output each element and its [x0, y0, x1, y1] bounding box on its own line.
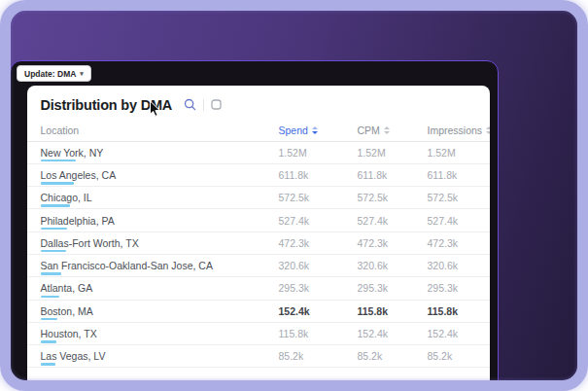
table-row[interactable]: Atlanta, GA 295.3k 295.3k 295.3k [27, 277, 490, 300]
row-impressions: 85.2k [428, 350, 490, 362]
row-bar [41, 250, 66, 253]
row-spend: 320.6k [279, 260, 358, 271]
row-impressions: 527.4k [428, 215, 490, 227]
row-spend: 152.4k [279, 305, 358, 317]
row-cpm: 115.8k [358, 305, 428, 317]
row-location: Chicago, IL [41, 192, 92, 203]
row-cpm: 472.3k [358, 237, 428, 249]
row-location: Boston, MA [41, 305, 93, 317]
chevron-down-icon: ▾ [80, 70, 84, 78]
distribution-modal: Update: DMA ▾ Distribution by DMA [10, 60, 499, 381]
row-impressions: 320.6k [428, 260, 490, 271]
row-spend: 611.8k [279, 169, 358, 181]
row-impressions: 115.8k [428, 305, 490, 317]
row-bar [41, 318, 57, 321]
update-dma-dropdown[interactable]: Update: DMA ▾ [17, 65, 91, 82]
row-bar [41, 296, 59, 299]
sort-icon[interactable] [486, 126, 489, 134]
row-spend: 115.8k [279, 328, 358, 339]
row-spend: 85.2k [279, 350, 358, 362]
table-row[interactable]: New York, NY 1.52M 1.52M 1.52M [27, 142, 490, 164]
row-cpm: 527.4k [358, 215, 428, 227]
row-cpm: 1.52M [358, 147, 428, 159]
row-location: New York, NY [41, 147, 104, 159]
update-dma-label: Update: DMA [24, 69, 76, 79]
table-row[interactable]: Las Vegas, LV 85.2k 85.2k 85.2k [27, 345, 490, 368]
row-cpm: 572.5k [358, 192, 428, 203]
row-location: Las Vegas, LV [41, 350, 106, 362]
copy-icon[interactable] [211, 99, 222, 110]
row-bar [41, 182, 74, 185]
sort-icon[interactable] [312, 126, 318, 134]
row-cpm: 85.2k [358, 350, 428, 362]
column-header-cpm[interactable]: CPM [358, 124, 428, 136]
table-row[interactable]: San Francisco-Oakland-San Jose, CA 320.6… [27, 255, 490, 277]
row-cpm: 320.6k [358, 260, 428, 271]
row-impressions: 1.52M [428, 147, 490, 159]
row-cpm: 152.4k [358, 328, 428, 339]
table-header-row: Location Spend CPM Impressions [27, 121, 490, 142]
column-header-spend[interactable]: Spend [279, 124, 358, 136]
column-header-location[interactable]: Location [41, 124, 279, 136]
row-bar [41, 340, 56, 343]
row-spend: 472.3k [279, 237, 358, 249]
search-icon[interactable] [184, 98, 196, 111]
column-header-impressions[interactable]: Impressions [428, 124, 490, 136]
row-location: San Francisco-Oakland-San Jose, CA [41, 260, 213, 271]
row-bar [41, 228, 67, 231]
row-bar [41, 363, 55, 366]
row-impressions: 611.8k [428, 169, 490, 181]
row-cpm: 611.8k [358, 169, 428, 181]
row-spend: 295.3k [279, 282, 358, 294]
row-bar [41, 160, 76, 162]
table-row[interactable]: Chicago, IL 572.5k 572.5k 572.5k [27, 187, 490, 209]
divider [203, 99, 204, 111]
sort-icon[interactable] [384, 126, 390, 134]
row-location: Houston, TX [41, 328, 97, 339]
distribution-card: Distribution by DMA [27, 86, 490, 382]
row-location: Atlanta, GA [41, 282, 93, 294]
row-impressions: 295.3k [428, 282, 490, 294]
row-spend: 1.52M [279, 147, 358, 159]
row-location: Los Angeles, CA [41, 169, 117, 181]
row-spend: 527.4k [279, 215, 358, 227]
table-row[interactable]: Dallas-Fort Worth, TX 472.3k 472.3k 472.… [27, 232, 490, 255]
row-bar [41, 204, 70, 207]
card-header: Distribution by DMA [27, 86, 490, 119]
row-impressions: 152.4k [428, 328, 490, 339]
app-screen: Update: DMA ▾ Distribution by DMA [10, 10, 578, 381]
row-impressions: 572.5k [428, 192, 490, 203]
row-spend: 572.5k [279, 192, 358, 203]
row-location: Philadelphia, PA [41, 215, 115, 227]
row-impressions: 472.3k [428, 237, 490, 249]
card-title: Distribution by DMA [41, 97, 173, 113]
table-body: New York, NY 1.52M 1.52M 1.52M Los Angel… [27, 142, 490, 369]
table-row[interactable]: Philadelphia, PA 527.4k 527.4k 527.4k [27, 209, 490, 231]
table-row[interactable]: Los Angeles, CA 611.8k 611.8k 611.8k [27, 164, 490, 187]
table-row[interactable]: Houston, TX 115.8k 152.4k 152.4k [27, 323, 490, 345]
row-cpm: 295.3k [358, 282, 428, 294]
row-bar [41, 272, 61, 275]
row-location: Dallas-Fort Worth, TX [41, 237, 139, 249]
table-row[interactable]: Boston, MA 152.4k 115.8k 115.8k [27, 301, 490, 323]
